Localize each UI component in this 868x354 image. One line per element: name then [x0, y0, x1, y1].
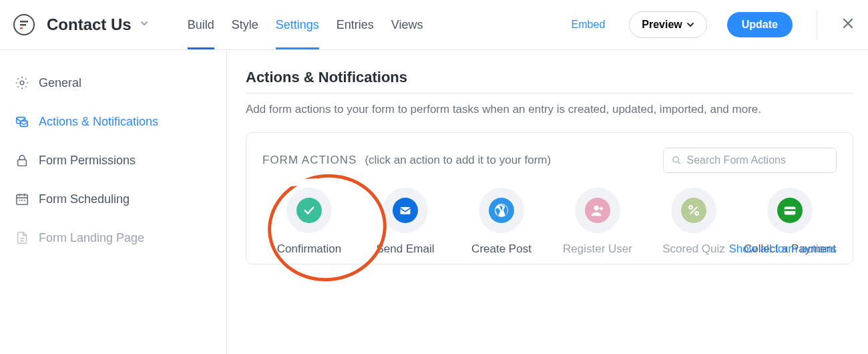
lock-icon — [15, 153, 29, 168]
action-circle — [383, 188, 428, 233]
svg-rect-2 — [20, 27, 23, 29]
svg-rect-0 — [20, 21, 28, 23]
svg-rect-1 — [20, 24, 26, 26]
close-icon[interactable] — [841, 17, 855, 33]
action-label: Send Email — [377, 242, 435, 256]
preview-button[interactable]: Preview — [629, 11, 706, 38]
form-title-wrap[interactable]: Contact Us — [47, 15, 149, 34]
search-icon — [672, 155, 681, 166]
tab-views[interactable]: Views — [391, 0, 423, 49]
mail-icon — [399, 204, 412, 217]
sidebar-label: Actions & Notifications — [39, 115, 158, 129]
svg-rect-5 — [20, 121, 27, 126]
preview-label: Preview — [642, 19, 682, 31]
sidebar-item-scheduling[interactable]: Form Scheduling — [0, 180, 226, 218]
page-icon — [15, 230, 29, 245]
settings-sidebar: General Actions & Notifications Form Per… — [0, 50, 227, 354]
action-circle — [575, 188, 620, 233]
action-circle — [479, 188, 524, 233]
svg-point-12 — [689, 206, 692, 209]
check-icon — [302, 203, 316, 218]
sidebar-label: Form Scheduling — [39, 192, 130, 206]
credit-card-icon — [783, 203, 797, 218]
main-tabs: Build Style Settings Entries Views — [188, 0, 560, 49]
header-bar: Contact Us Build Style Settings Entries … — [0, 0, 868, 50]
svg-rect-7 — [17, 195, 28, 205]
sidebar-label: Form Permissions — [39, 154, 136, 168]
calendar-icon — [15, 192, 29, 206]
action-label: Register User — [563, 242, 632, 256]
update-button[interactable]: Update — [727, 12, 793, 37]
gear-icon — [15, 75, 29, 90]
chevron-down-icon — [686, 21, 694, 29]
sidebar-label: Form Landing Page — [39, 231, 144, 245]
percent-icon — [686, 203, 701, 218]
tab-entries[interactable]: Entries — [337, 0, 374, 49]
svg-rect-15 — [785, 209, 796, 211]
action-circle — [767, 188, 813, 233]
sidebar-item-actions[interactable]: Actions & Notifications — [0, 102, 226, 141]
sidebar-label: General — [39, 76, 81, 90]
form-actions-panel: FORM ACTIONS (click an action to add it … — [246, 132, 853, 264]
search-actions[interactable] — [663, 148, 837, 173]
action-circle — [671, 188, 716, 233]
page-description: Add form actions to your form to perform… — [246, 103, 868, 116]
form-title: Contact Us — [47, 15, 132, 34]
svg-rect-9 — [401, 207, 411, 214]
action-label: Scored Quiz — [662, 242, 725, 256]
sidebar-item-landing[interactable]: Form Landing Page — [0, 218, 226, 257]
chevron-down-icon — [140, 19, 149, 31]
show-all-link[interactable]: Show all form actions — [728, 242, 837, 256]
search-input[interactable] — [686, 154, 828, 166]
action-confirmation[interactable]: Confirmation — [262, 188, 356, 256]
page-title: Actions & Notifications — [246, 69, 868, 86]
tab-build[interactable]: Build — [188, 0, 214, 49]
action-circle — [286, 188, 332, 233]
sidebar-item-general[interactable]: General — [0, 63, 226, 102]
tab-style[interactable]: Style — [232, 0, 258, 49]
action-create-post[interactable]: Create Post — [455, 188, 548, 256]
wordpress-icon — [493, 202, 509, 218]
panel-title: FORM ACTIONS — [262, 154, 357, 167]
action-register-user[interactable]: Register User — [551, 188, 644, 256]
actions-icon — [15, 114, 29, 129]
action-scored-quiz[interactable]: Scored Quiz — [647, 188, 740, 256]
divider — [817, 10, 817, 40]
tab-settings[interactable]: Settings — [276, 0, 319, 49]
embed-link[interactable]: Embed — [572, 19, 606, 31]
svg-point-13 — [695, 212, 698, 215]
user-plus-icon — [590, 203, 605, 218]
sidebar-item-permissions[interactable]: Form Permissions — [0, 141, 226, 180]
app-logo — [13, 14, 35, 35]
svg-rect-6 — [18, 160, 27, 166]
divider — [246, 93, 853, 94]
action-send-email[interactable]: Send Email — [359, 188, 452, 256]
action-label: Create Post — [471, 242, 531, 256]
svg-point-11 — [594, 206, 599, 210]
action-label: Confirmation — [277, 242, 341, 256]
main-content: Actions & Notifications Add form actions… — [227, 50, 868, 354]
panel-header: FORM ACTIONS (click an action to add it … — [262, 148, 837, 173]
svg-point-3 — [20, 81, 24, 85]
svg-point-8 — [673, 157, 678, 162]
panel-hint: (click an action to add it to your form) — [365, 154, 551, 167]
